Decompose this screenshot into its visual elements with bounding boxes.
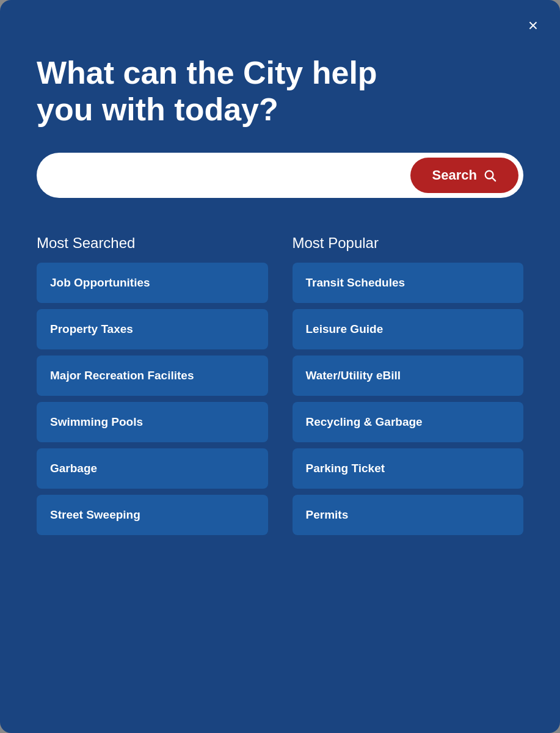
search-bar: Search (37, 153, 523, 198)
most-searched-column: Most Searched Job Opportunities Property… (37, 235, 268, 684)
search-button[interactable]: Search (410, 158, 518, 193)
list-item[interactable]: Permits (293, 495, 524, 535)
headline: What can the City help you with today? (37, 55, 415, 128)
search-icon (483, 169, 496, 182)
list-item[interactable]: Water/Utility eBill (293, 356, 524, 396)
list-item[interactable]: Major Recreation Facilites (37, 356, 268, 396)
most-popular-list: Transit Schedules Leisure Guide Water/Ut… (293, 263, 524, 535)
most-searched-heading: Most Searched (37, 235, 268, 252)
columns-section: Most Searched Job Opportunities Property… (37, 235, 523, 684)
svg-line-1 (492, 178, 495, 181)
list-item[interactable]: Parking Ticket (293, 448, 524, 489)
list-item[interactable]: Garbage (37, 448, 268, 489)
list-item[interactable]: Leisure Guide (293, 309, 524, 349)
search-input[interactable] (49, 162, 410, 188)
most-popular-column: Most Popular Transit Schedules Leisure G… (293, 235, 524, 684)
list-item[interactable]: Recycling & Garbage (293, 402, 524, 442)
close-button[interactable]: × (528, 17, 538, 34)
search-button-label: Search (432, 167, 477, 183)
list-item[interactable]: Transit Schedules (293, 263, 524, 303)
list-item[interactable]: Swimming Pools (37, 402, 268, 442)
list-item[interactable]: Street Sweeping (37, 495, 268, 535)
modal: × What can the City help you with today?… (0, 0, 560, 733)
most-popular-heading: Most Popular (293, 235, 524, 252)
most-searched-list: Job Opportunities Property Taxes Major R… (37, 263, 268, 535)
list-item[interactable]: Job Opportunities (37, 263, 268, 303)
list-item[interactable]: Property Taxes (37, 309, 268, 349)
